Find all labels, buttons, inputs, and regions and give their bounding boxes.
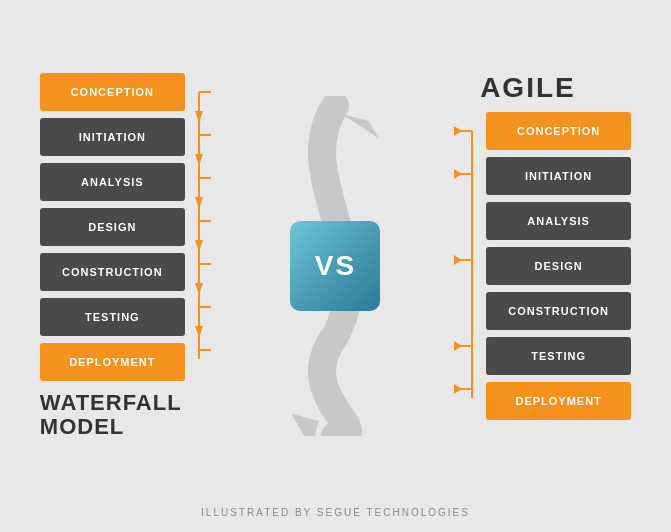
footer-text: ILLUSTRATED BY SEGUE TECHNOLOGIES	[201, 507, 470, 518]
agile-step-box: CONSTRUCTION	[486, 292, 631, 330]
agile-bracket-svg	[450, 112, 482, 417]
waterfall-step-box: CONCEPTION	[40, 73, 185, 111]
waterfall-step-box: ANALYSIS	[40, 163, 185, 201]
agile-step-box: ANALYSIS	[486, 202, 631, 240]
svg-marker-8	[195, 111, 203, 123]
svg-marker-12	[195, 283, 203, 295]
agile-step-row: CONCEPTION	[486, 112, 631, 150]
waterfall-step-box: DESIGN	[40, 208, 185, 246]
vs-box: VS	[290, 221, 380, 311]
svg-marker-22	[454, 126, 462, 136]
waterfall-step-row: DESIGN	[40, 208, 185, 246]
agile-step-row: CONSTRUCTION	[486, 292, 631, 330]
waterfall-step-row: INITIATION	[40, 118, 185, 156]
agile-step-box: TESTING	[486, 337, 631, 375]
waterfall-steps-list: CONCEPTIONINITIATIONANALYSISDESIGNCONSTR…	[40, 73, 185, 381]
svg-marker-13	[195, 326, 203, 338]
main-container: CONCEPTIONINITIATIONANALYSISDESIGNCONSTR…	[0, 0, 671, 532]
agile-step-box: INITIATION	[486, 157, 631, 195]
svg-marker-11	[195, 240, 203, 252]
svg-marker-23	[454, 169, 462, 179]
svg-marker-10	[195, 197, 203, 209]
agile-steps-connector: CONCEPTIONINITIATIONANALYSISDESIGNCONSTR…	[450, 112, 631, 420]
waterfall-step-box: CONSTRUCTION	[40, 253, 185, 291]
waterfall-step-box: TESTING	[40, 298, 185, 336]
waterfall-step-box: DEPLOYMENT	[40, 343, 185, 381]
agile-title: AGILE	[480, 72, 576, 104]
waterfall-step-row: DEPLOYMENT	[40, 343, 185, 381]
agile-steps-list: CONCEPTIONINITIATIONANALYSISDESIGNCONSTR…	[486, 112, 631, 420]
waterfall-steps-connector: CONCEPTIONINITIATIONANALYSISDESIGNCONSTR…	[40, 73, 221, 381]
svg-marker-26	[454, 384, 462, 394]
svg-marker-25	[454, 341, 462, 351]
agile-step-box: DESIGN	[486, 247, 631, 285]
waterfall-step-row: ANALYSIS	[40, 163, 185, 201]
waterfall-step-row: CONCEPTION	[40, 73, 185, 111]
waterfall-section: CONCEPTIONINITIATIONANALYSISDESIGNCONSTR…	[40, 73, 221, 439]
waterfall-bracket-svg	[189, 73, 221, 378]
waterfall-title: WATERFALL MODEL	[40, 391, 182, 439]
agile-step-row: DESIGN	[486, 247, 631, 285]
agile-step-row: DEPLOYMENT	[486, 382, 631, 420]
agile-step-row: ANALYSIS	[486, 202, 631, 240]
waterfall-step-box: INITIATION	[40, 118, 185, 156]
center-section: VS	[280, 96, 390, 436]
agile-step-box: DEPLOYMENT	[486, 382, 631, 420]
svg-marker-24	[454, 255, 462, 265]
svg-marker-9	[195, 154, 203, 166]
vs-label: VS	[315, 250, 356, 282]
agile-step-row: TESTING	[486, 337, 631, 375]
waterfall-step-row: TESTING	[40, 298, 185, 336]
agile-step-row: INITIATION	[486, 157, 631, 195]
agile-section: AGILE CONCEPTIONINI	[450, 72, 631, 420]
waterfall-step-row: CONSTRUCTION	[40, 253, 185, 291]
agile-step-box: CONCEPTION	[486, 112, 631, 150]
